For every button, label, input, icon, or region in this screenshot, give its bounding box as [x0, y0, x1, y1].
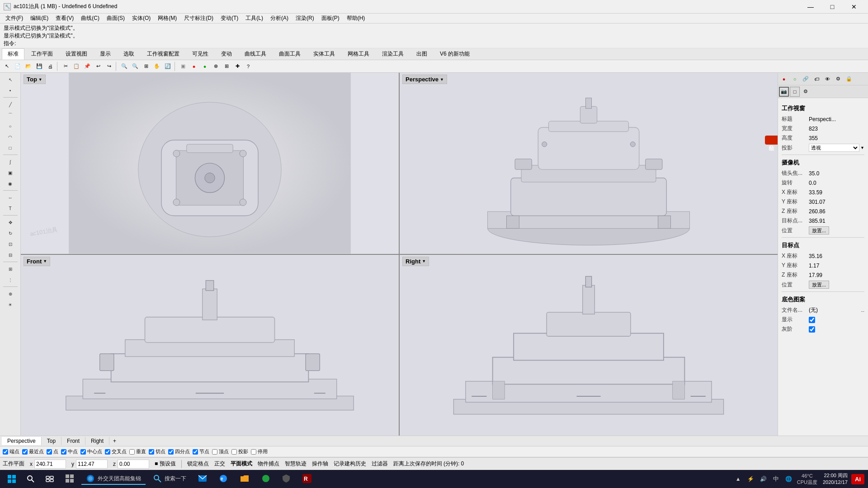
- red-tab[interactable]: 粘金: [765, 136, 778, 145]
- snap-proj-check[interactable]: [231, 449, 237, 455]
- tb-app-ie[interactable]: e: [214, 473, 232, 485]
- tb-sys-network[interactable]: 🌐: [784, 474, 793, 483]
- tab-standard[interactable]: 标准: [2, 48, 24, 60]
- tb-app-windows[interactable]: [61, 473, 79, 485]
- tab-display[interactable]: 显示: [94, 48, 117, 60]
- snap-tangent[interactable]: 切点: [149, 448, 165, 455]
- snap-perp-check[interactable]: [129, 449, 135, 455]
- tb-ai-label[interactable]: Ai: [851, 474, 864, 484]
- btab-perspective[interactable]: Perspective: [2, 437, 42, 445]
- tool-axes[interactable]: ✚: [232, 61, 242, 71]
- side-polyline[interactable]: ⌒: [2, 110, 19, 120]
- viewport-top-label[interactable]: Top ▼: [24, 75, 46, 84]
- snap-endpoint[interactable]: 端点: [3, 448, 19, 455]
- menu-view[interactable]: 查看(V): [52, 14, 77, 23]
- snap-knot[interactable]: 节点: [193, 448, 209, 455]
- snap-quadrant[interactable]: 四分点: [168, 448, 190, 455]
- snap-perpendicular[interactable]: 垂直: [129, 448, 146, 455]
- viewport-right[interactable]: Right ▼: [400, 255, 778, 436]
- snap-knot-check[interactable]: [193, 449, 198, 455]
- rp-icon-camera[interactable]: 📷: [779, 87, 789, 97]
- tab-workplane[interactable]: 工作平面: [25, 48, 59, 60]
- menu-panel[interactable]: 面板(P): [318, 14, 343, 23]
- tb-app-shield[interactable]: [278, 473, 295, 485]
- status-history[interactable]: 记录建构历史: [334, 460, 366, 468]
- tb-search[interactable]: [23, 471, 39, 487]
- status-z-input[interactable]: [118, 460, 149, 469]
- rp-icon-gear[interactable]: ⚙: [801, 87, 811, 97]
- status-filter[interactable]: 过滤器: [372, 460, 388, 468]
- tb-app-mail[interactable]: [193, 474, 212, 484]
- viewport-front[interactable]: Front ▼: [21, 255, 399, 436]
- tb-start[interactable]: [4, 471, 20, 487]
- side-scale[interactable]: ⊡: [2, 239, 19, 249]
- menu-mesh[interactable]: 网格(M): [154, 14, 180, 23]
- status-x-input[interactable]: [34, 460, 66, 469]
- snap-project[interactable]: 投影: [231, 448, 248, 455]
- viewport-perspective-label[interactable]: Perspective ▼: [402, 75, 447, 84]
- snap-nearest[interactable]: 最近点: [22, 448, 44, 455]
- tab-setview[interactable]: 设置视图: [60, 48, 93, 60]
- tool-zoom-all[interactable]: ⊞: [141, 61, 151, 71]
- snap-intersection-check[interactable]: [105, 449, 110, 455]
- menu-file[interactable]: 文件(F): [2, 14, 27, 23]
- tab-surfacetools[interactable]: 曲面工具: [273, 48, 307, 60]
- side-mirror[interactable]: ⊟: [2, 250, 19, 260]
- tool-zoom-in[interactable]: 🔍: [119, 61, 129, 71]
- status-objsnap[interactable]: 物件捕点: [258, 460, 279, 468]
- snap-midpoint[interactable]: 中点: [61, 448, 78, 455]
- menu-render[interactable]: 渲染(R): [292, 14, 318, 23]
- side-move[interactable]: ✥: [2, 217, 19, 227]
- rp-filename-btn[interactable]: ...: [861, 308, 864, 313]
- side-text[interactable]: T: [2, 203, 19, 213]
- side-arc[interactable]: ◠: [2, 132, 19, 142]
- viewport-right-label[interactable]: Right ▼: [402, 257, 429, 266]
- snap-point-check[interactable]: [47, 449, 52, 455]
- btab-add[interactable]: +: [109, 437, 120, 445]
- snap-center[interactable]: 中心点: [80, 448, 102, 455]
- tb-sys-chevron[interactable]: ▲: [734, 474, 743, 483]
- menu-solid[interactable]: 实体(O): [128, 14, 154, 23]
- tb-taskview[interactable]: [42, 471, 58, 487]
- rp-icon-tag[interactable]: 🏷: [811, 74, 821, 84]
- side-point[interactable]: •: [2, 85, 19, 95]
- tab-v6features[interactable]: V6 的新功能: [434, 48, 476, 60]
- rp-btn-position[interactable]: 放置...: [809, 226, 829, 235]
- tb-app-green[interactable]: [257, 473, 275, 485]
- tab-visibility[interactable]: 可见性: [186, 48, 214, 60]
- tb-sys-power[interactable]: ⚡: [746, 474, 755, 483]
- menu-dim[interactable]: 尺寸标注(D): [180, 14, 217, 23]
- tool-rotate[interactable]: 🔄: [163, 61, 173, 71]
- status-flatmode[interactable]: 平面模式: [231, 460, 252, 468]
- snap-nearest-check[interactable]: [22, 449, 28, 455]
- tab-drawing[interactable]: 出图: [410, 48, 433, 60]
- side-rect[interactable]: □: [2, 143, 19, 153]
- tool-shade[interactable]: ●: [189, 61, 199, 71]
- tool-open[interactable]: 📂: [24, 61, 33, 71]
- status-manipulator[interactable]: 操作轴: [312, 460, 328, 468]
- tool-new[interactable]: 📄: [13, 61, 23, 71]
- snap-vertex[interactable]: 顶点: [212, 448, 229, 455]
- side-line[interactable]: ╱: [2, 99, 19, 109]
- tb-app-folder[interactable]: [235, 474, 254, 484]
- menu-tools[interactable]: 工具(L): [242, 14, 267, 23]
- snap-tangent-check[interactable]: [149, 449, 154, 455]
- side-array[interactable]: ⋮: [2, 275, 19, 285]
- tool-help-btn[interactable]: ?: [243, 61, 253, 71]
- tab-viewconfig[interactable]: 工作视窗配置: [141, 48, 185, 60]
- side-circle[interactable]: ○: [2, 121, 19, 131]
- menu-transform[interactable]: 变动(T): [217, 14, 242, 23]
- rp-icon-lock[interactable]: 🔒: [844, 74, 854, 84]
- btab-top[interactable]: Top: [42, 437, 61, 445]
- rp-icon-link[interactable]: 🔗: [801, 74, 811, 84]
- menu-edit[interactable]: 编辑(E): [27, 14, 52, 23]
- minimize-button[interactable]: —: [800, 0, 821, 14]
- menu-curve[interactable]: 曲线(C): [77, 14, 103, 23]
- side-light[interactable]: ☀: [2, 300, 19, 310]
- snap-disable[interactable]: 停用: [251, 448, 268, 455]
- rp-icon-sphere[interactable]: ●: [779, 74, 789, 84]
- close-button[interactable]: ✕: [844, 0, 864, 14]
- side-dimension[interactable]: ↔: [2, 192, 19, 202]
- tool-copy[interactable]: 📋: [71, 61, 81, 71]
- tb-sys-volume[interactable]: 🔊: [759, 474, 768, 483]
